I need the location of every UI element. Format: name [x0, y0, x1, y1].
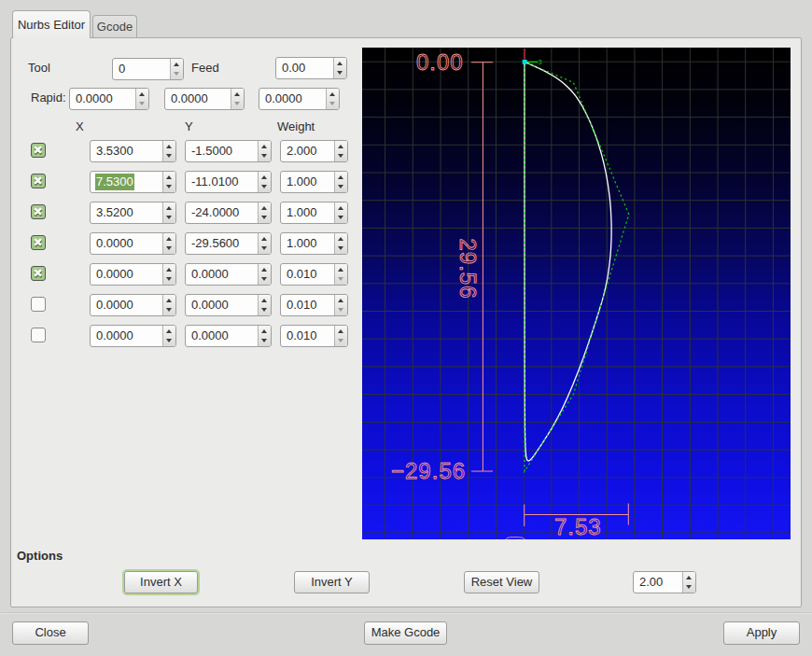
svg-text:−29.56: −29.56 — [391, 458, 466, 483]
svg-text:3: 3 — [539, 58, 542, 66]
svg-text:7.53: 7.53 — [554, 514, 602, 539]
svg-text:0.00: 0.00 — [416, 49, 464, 75]
svg-text:29.56: 29.56 — [455, 239, 481, 300]
